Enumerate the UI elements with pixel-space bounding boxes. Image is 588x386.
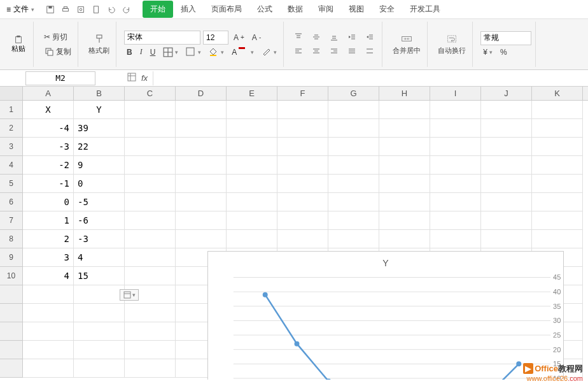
cell[interactable]: 2 xyxy=(23,230,74,248)
cell[interactable] xyxy=(430,119,481,138)
tab-page-layout[interactable]: 页面布局 xyxy=(204,1,249,18)
tab-security[interactable]: 安全 xyxy=(372,1,402,18)
cell[interactable]: -1 xyxy=(23,175,74,193)
row-header[interactable]: 10 xyxy=(0,267,23,285)
cell[interactable] xyxy=(277,211,328,230)
cell[interactable] xyxy=(227,119,277,138)
cell[interactable] xyxy=(532,119,583,138)
align-middle-icon[interactable] xyxy=(309,31,325,44)
cell[interactable] xyxy=(532,230,583,248)
cell[interactable] xyxy=(277,119,328,138)
cell[interactable] xyxy=(125,211,176,230)
borders-button[interactable]: ▾ xyxy=(160,46,181,59)
row-header[interactable]: 4 xyxy=(0,156,23,175)
cell[interactable] xyxy=(277,101,328,119)
tab-view[interactable]: 视图 xyxy=(341,1,372,18)
cell[interactable] xyxy=(328,211,379,230)
cell[interactable] xyxy=(125,341,176,359)
cell[interactable] xyxy=(125,322,176,341)
cell[interactable]: 4 xyxy=(23,267,74,285)
row-header[interactable]: 2 xyxy=(0,119,23,138)
cell[interactable] xyxy=(227,230,277,248)
cell[interactable] xyxy=(379,119,430,138)
cell[interactable] xyxy=(74,322,125,341)
row-header[interactable]: 3 xyxy=(0,138,23,156)
col-header-E[interactable]: E xyxy=(227,87,277,100)
cell[interactable] xyxy=(227,211,277,230)
tab-home[interactable]: 开始 xyxy=(143,1,173,18)
cell[interactable] xyxy=(125,101,176,119)
cell[interactable] xyxy=(23,341,74,359)
cell[interactable] xyxy=(430,193,481,211)
cell[interactable]: -3 xyxy=(74,230,125,248)
cell[interactable] xyxy=(481,230,532,248)
cell[interactable] xyxy=(430,156,481,175)
cell[interactable]: -6 xyxy=(74,211,125,230)
cell[interactable] xyxy=(379,175,430,193)
cell[interactable] xyxy=(176,211,227,230)
cell[interactable]: 1 xyxy=(23,211,74,230)
align-justify-icon[interactable] xyxy=(345,45,360,58)
cell[interactable]: 9 xyxy=(74,156,125,175)
font-size-select[interactable] xyxy=(203,31,228,45)
row-header[interactable]: 9 xyxy=(0,248,23,267)
cell[interactable] xyxy=(379,230,430,248)
cell[interactable] xyxy=(481,175,532,193)
font-name-select[interactable] xyxy=(124,31,200,45)
cell[interactable]: 0 xyxy=(23,193,74,211)
cell[interactable] xyxy=(125,359,176,378)
cell[interactable] xyxy=(379,156,430,175)
cell[interactable] xyxy=(74,359,125,378)
cell[interactable] xyxy=(74,341,125,359)
cell[interactable] xyxy=(125,193,176,211)
cell[interactable] xyxy=(532,156,583,175)
cell[interactable] xyxy=(227,156,277,175)
cell[interactable] xyxy=(277,156,328,175)
row-header[interactable]: 5 xyxy=(0,175,23,193)
cell[interactable] xyxy=(481,193,532,211)
cell[interactable] xyxy=(277,193,328,211)
chart-object[interactable]: Y -10-5051015202530354045-5-4-3-2-101234… xyxy=(207,251,564,380)
row-header[interactable] xyxy=(0,322,23,341)
cell[interactable] xyxy=(277,175,328,193)
new-icon[interactable] xyxy=(92,5,101,14)
cell[interactable] xyxy=(328,138,379,156)
cell[interactable] xyxy=(125,267,176,285)
cell[interactable] xyxy=(227,175,277,193)
italic-button[interactable]: I xyxy=(137,46,145,58)
cell[interactable] xyxy=(227,193,277,211)
cell[interactable] xyxy=(277,230,328,248)
col-header-A[interactable]: A xyxy=(23,87,74,100)
cell[interactable]: X xyxy=(23,101,74,119)
cell[interactable] xyxy=(430,101,481,119)
tab-insert[interactable]: 插入 xyxy=(173,1,204,18)
name-box[interactable] xyxy=(25,71,95,85)
cell[interactable] xyxy=(379,211,430,230)
currency-icon[interactable]: ¥▾ xyxy=(480,46,495,58)
cell[interactable] xyxy=(176,156,227,175)
col-header-G[interactable]: G xyxy=(328,87,379,100)
cell[interactable] xyxy=(125,230,176,248)
clear-button[interactable]: ▾ xyxy=(259,46,279,59)
cell[interactable] xyxy=(125,138,176,156)
cell[interactable] xyxy=(430,138,481,156)
cell[interactable]: 3 xyxy=(23,248,74,267)
cell[interactable] xyxy=(176,193,227,211)
save-icon[interactable] xyxy=(46,5,55,14)
cell[interactable]: -5 xyxy=(74,193,125,211)
align-left-icon[interactable] xyxy=(291,45,307,58)
tab-developer[interactable]: 开发工具 xyxy=(402,1,448,18)
file-menu[interactable]: ≡ 文件 ▾ xyxy=(0,4,41,15)
cell[interactable] xyxy=(23,304,74,322)
bold-button[interactable]: B xyxy=(124,46,135,58)
paste-button[interactable]: 粘贴 xyxy=(8,34,29,55)
merge-center-button[interactable]: 合并居中 xyxy=(390,32,423,57)
cell[interactable] xyxy=(481,119,532,138)
format-painter-button[interactable]: 格式刷 xyxy=(86,32,112,57)
cell[interactable]: -2 xyxy=(23,156,74,175)
cell[interactable]: 4 xyxy=(74,248,125,267)
fill-color-button[interactable]: ▾ xyxy=(206,46,227,59)
redo-icon[interactable] xyxy=(122,5,131,14)
cell[interactable] xyxy=(176,138,227,156)
cell[interactable] xyxy=(532,211,583,230)
